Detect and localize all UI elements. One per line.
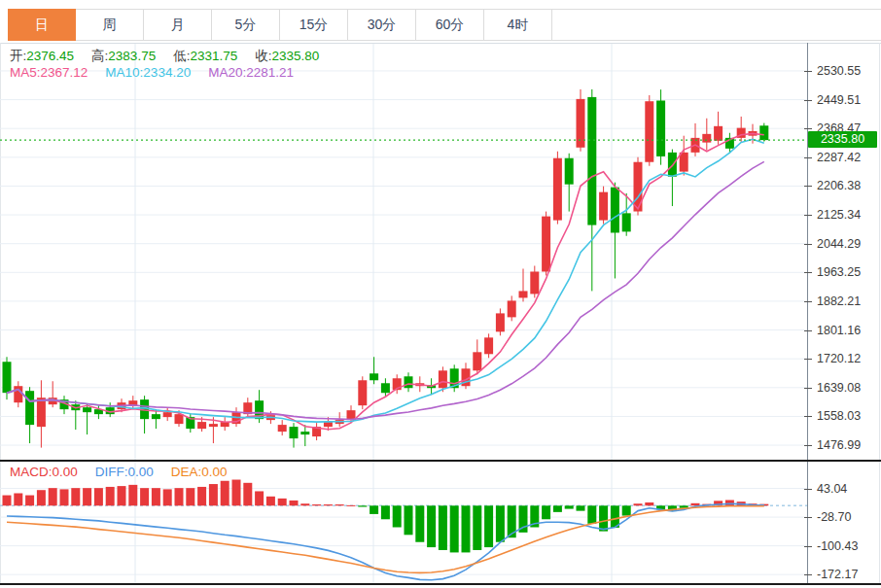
price-tick-label: 2206.38 [817, 179, 861, 192]
price-tick-mark [804, 272, 812, 273]
tab-4[interactable]: 5分 [212, 9, 280, 41]
price-tick-mark [804, 157, 812, 158]
bottom-separator [0, 583, 881, 585]
legend-label: DEA: [171, 465, 202, 479]
chart-right-border [879, 43, 880, 584]
ma-row-item: MA20:2281.21 [208, 65, 294, 80]
ma-legend: MA5:2367.12MA10:2334.20MA20:2281.21 [10, 65, 311, 80]
legend-label: 开: [10, 49, 26, 63]
price-tick-mark [804, 128, 812, 129]
legend-value: 2334.20 [143, 65, 191, 80]
macd-tick-mark [804, 489, 812, 490]
legend-value: 2335.80 [272, 49, 320, 63]
tab-8[interactable]: 4时 [484, 9, 552, 41]
macd-row-item: DIFF:0.00 [95, 465, 154, 479]
legend-value: 0.00 [53, 465, 78, 479]
ohlc-legend: 开:2376.45高:2383.75低:2331.75收:2335.80 [10, 48, 336, 65]
price-chart-canvas[interactable] [0, 44, 807, 460]
legend-label: DIFF: [95, 465, 128, 479]
ohlc-row-item: 收:2335.80 [255, 48, 319, 65]
legend-label: 高: [91, 49, 108, 63]
gold-chart-app: 日周月5分15分30分60分4时 开:2376.45高:2383.75低:233… [0, 0, 881, 588]
price-tick-label: 1639.08 [817, 381, 861, 395]
price-tick-label: 1882.21 [817, 294, 861, 308]
price-tick-mark [804, 215, 812, 216]
current-price-badge: 2335.80 [808, 131, 877, 148]
tab-2[interactable]: 周 [76, 9, 144, 41]
timeframe-tabbar: 日周月5分15分30分60分4时 [8, 9, 881, 41]
tab-1[interactable]: 日 [8, 9, 76, 41]
ohlc-row-item: 开:2376.45 [10, 48, 74, 65]
macd-tick-label: -28.70 [817, 510, 851, 524]
macd-row-item: MACD:0.00 [10, 465, 78, 479]
price-tick-label: 2125.34 [817, 208, 861, 222]
price-tick-mark [804, 330, 812, 331]
tab-6[interactable]: 30分 [348, 9, 416, 41]
price-tick-mark [804, 186, 812, 187]
macd-tick-mark [804, 546, 812, 547]
price-tick-label: 2287.42 [817, 151, 861, 164]
legend-value: 2331.75 [190, 49, 237, 63]
legend-label: 收: [255, 49, 271, 63]
tab-5[interactable]: 15分 [280, 9, 348, 41]
legend-label: MA10: [105, 65, 143, 80]
price-tick-mark [804, 416, 812, 417]
tab-3[interactable]: 月 [144, 9, 212, 41]
price-tick-mark [804, 71, 812, 72]
price-tick-label: 1963.25 [817, 265, 861, 279]
macd-tick-mark [804, 574, 812, 575]
legend-label: 低: [173, 49, 190, 63]
macd-legend: MACD:0.00DIFF:0.00DEA:0.00 [10, 465, 245, 479]
legend-value: 2383.75 [108, 49, 156, 63]
ma-row-item: MA5:2367.12 [10, 65, 88, 80]
legend-value: 2367.12 [41, 65, 88, 80]
legend-value: 0.00 [128, 465, 154, 479]
price-tick-label: 2044.29 [817, 237, 861, 251]
legend-label: MA5: [10, 65, 41, 80]
macd-chart-canvas[interactable] [0, 462, 807, 583]
price-tick-label: 1720.12 [817, 352, 861, 365]
macd-tick-label: -172.17 [817, 568, 858, 581]
price-tick-mark [804, 388, 812, 389]
tabbar-filler [552, 9, 881, 41]
price-tick-label: 1558.03 [817, 409, 861, 423]
legend-value: 2281.21 [246, 65, 294, 80]
price-tick-mark [804, 301, 812, 302]
price-tick-mark [804, 100, 812, 101]
price-tick-mark [804, 359, 812, 360]
price-tick-label: 2530.55 [817, 64, 861, 78]
price-tick-label: 1476.99 [817, 438, 861, 452]
legend-label: MA20: [208, 65, 246, 80]
macd-tick-label: -100.43 [817, 539, 858, 553]
macd-row-item: DEA:0.00 [171, 465, 228, 479]
price-tick-label: 1801.16 [817, 324, 861, 337]
price-axis-border [807, 43, 808, 584]
legend-label: MACD: [10, 465, 53, 479]
macd-tick-label: 43.04 [817, 482, 847, 496]
legend-value: 2376.45 [26, 49, 74, 63]
price-tick-mark [804, 445, 812, 446]
tab-7[interactable]: 60分 [416, 9, 484, 41]
legend-value: 0.00 [201, 465, 227, 479]
price-tick-mark [804, 244, 812, 245]
ohlc-row-item: 低:2331.75 [173, 48, 237, 65]
macd-tick-mark [804, 517, 812, 518]
price-tick-label: 2449.51 [817, 93, 861, 107]
ma-row-item: MA10:2334.20 [105, 65, 191, 80]
ohlc-row-item: 高:2383.75 [91, 48, 156, 65]
